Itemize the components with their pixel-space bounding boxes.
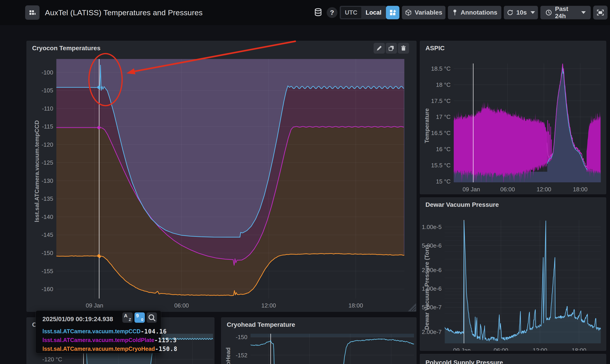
annotations-button[interactable]: Annotations <box>448 6 501 19</box>
annotations-label: Annotations <box>461 9 497 16</box>
dashboard-grid-icon-button[interactable] <box>25 5 40 20</box>
svg-text:17 °C: 17 °C <box>436 114 451 120</box>
tooltip-row-tempccd: lsst.sal.ATCamera.vacuum.tempCCD -104.16 <box>42 328 154 335</box>
sort-num-0: 0 <box>141 318 143 322</box>
panel-title-polycold[interactable]: Polycold Supply Pressure <box>425 359 503 364</box>
svg-text:12:00: 12:00 <box>532 347 547 351</box>
add-panel-icon <box>389 9 396 16</box>
tooltip-series-value: -115.3 <box>154 337 177 344</box>
kiosk-icon <box>596 9 604 17</box>
tooltip-timestamp: 2025/01/09 00:19:24.938 <box>42 315 113 323</box>
panel-dewar-vacuum-pressure: Dewar Vacuum Pressure Dewar Vacuum Press… <box>420 197 606 351</box>
svg-text:-150: -150 <box>236 334 247 340</box>
help-button[interactable]: ? <box>327 7 338 18</box>
svg-text:06:00: 06:00 <box>174 302 189 309</box>
tooltip-series-label: lsst.sal.ATCamera.vacuum.tempColdPlate <box>42 337 154 344</box>
svg-text:18:00: 18:00 <box>573 186 588 193</box>
page-title: AuxTel (LATISS) Temperatures and Pressur… <box>45 0 203 25</box>
grafana-dashboard: { "nav": { "title": "AuxTel (LATISS) Tem… <box>0 0 610 364</box>
timezone-utc-option[interactable]: UTC <box>340 7 362 19</box>
refresh-interval-label: 10s <box>516 9 527 16</box>
panel-title-aspic[interactable]: ASPIC <box>425 45 445 52</box>
svg-text:-115: -115 <box>42 123 53 130</box>
panel-title-dewar[interactable]: Dewar Vacuum Pressure <box>425 201 499 208</box>
refresh-icon <box>507 9 514 16</box>
svg-text:1.00e-5: 1.00e-5 <box>422 224 442 230</box>
svg-text:-130: -130 <box>41 177 53 184</box>
svg-text:18.5 °C: 18.5 °C <box>431 65 451 72</box>
sort-alpha-a: A <box>124 313 127 319</box>
svg-text:-140: -140 <box>41 213 53 220</box>
panel-copy-button[interactable] <box>386 43 397 54</box>
svg-text:12:00: 12:00 <box>261 302 276 309</box>
svg-text:18:00: 18:00 <box>572 347 586 351</box>
add-panel-button[interactable] <box>386 6 399 19</box>
sort-num-9: 9 <box>136 313 139 319</box>
apps-grid-icon <box>28 9 36 16</box>
help-question-glyph: ? <box>330 9 334 16</box>
panel-title-cryohead[interactable]: Cryohead Temperature <box>227 321 295 328</box>
cube-icon <box>405 9 412 16</box>
top-navbar: AuxTel (LATISS) Temperatures and Pressur… <box>0 0 610 25</box>
tooltip-series-value: -104.16 <box>141 328 167 335</box>
tooltip-series-value: -150.8 <box>155 346 177 352</box>
svg-text:15.5 °C: 15.5 °C <box>431 162 451 169</box>
tooltip-row-tempcryohead: lsst.sal.ATCamera.vacuum.tempCryoHead -1… <box>42 346 154 352</box>
svg-text:18 °C: 18 °C <box>436 81 451 88</box>
pencil-icon <box>376 45 382 51</box>
panel-resize-handle[interactable] <box>408 303 416 311</box>
panel-delete-button[interactable] <box>398 43 409 54</box>
dewar-chart[interactable]: 1.00e-55.00e-62.00e-61.00e-65.00e-72.00e… <box>420 198 606 351</box>
panel-cryocon-temperatures: Cryocon Temperatures lsst.sal.ATCamera.v… <box>27 41 417 312</box>
svg-text:-100: -100 <box>41 69 53 76</box>
svg-text:-125: -125 <box>41 159 53 166</box>
timezone-local-option[interactable]: Local <box>362 7 386 18</box>
svg-text:-155: -155 <box>41 268 53 274</box>
aspic-y-axis-label: Temperature <box>423 106 430 146</box>
time-range-label: Past 24h <box>555 5 575 20</box>
svg-text:17.5 °C: 17.5 °C <box>431 98 451 104</box>
copy-icon <box>388 45 394 51</box>
chart-tooltip: 2025/01/09 00:19:24.938 A Z 9 0 lsst.sal… <box>36 310 161 353</box>
search-icon <box>147 312 157 323</box>
svg-text:18:00: 18:00 <box>348 302 363 309</box>
timezone-toggle[interactable]: UTC Local <box>340 6 386 19</box>
refresh-caret-icon <box>530 11 535 14</box>
sort-alpha-z: Z <box>129 318 131 322</box>
svg-text:-105: -105 <box>41 87 53 94</box>
cryohead-y-axis-label: lsst.sal.ATCamera.vacuum.tempCryoHead <box>225 343 232 364</box>
kiosk-mode-button[interactable] <box>593 6 608 20</box>
svg-text:-110: -110 <box>42 105 53 112</box>
tooltip-search-button[interactable] <box>147 312 157 323</box>
aspic-chart[interactable]: 15 °C15.5 °C16 °C16.5 °C17 °C17.5 °C18 °… <box>420 41 606 194</box>
refresh-interval-button[interactable]: 10s <box>504 6 538 19</box>
svg-text:12:00: 12:00 <box>537 186 551 193</box>
tooltip-sort-numeric-button[interactable]: 9 0 <box>135 312 145 323</box>
svg-text:16.5 °C: 16.5 °C <box>431 130 451 136</box>
svg-text:06:00: 06:00 <box>500 186 515 193</box>
svg-text:09 Jan: 09 Jan <box>453 347 471 351</box>
panel-title-cryocon[interactable]: Cryocon Temperatures <box>32 45 100 52</box>
svg-text:-150: -150 <box>41 250 53 256</box>
time-range-caret-icon <box>581 11 586 14</box>
variables-label: Variables <box>415 9 442 16</box>
svg-text:-120 °C: -120 °C <box>42 356 62 363</box>
svg-text:09 Jan: 09 Jan <box>86 302 103 309</box>
svg-text:-152: -152 <box>236 352 247 359</box>
datasource-icon[interactable] <box>313 8 323 17</box>
tooltip-series-label: lsst.sal.ATCamera.vacuum.tempCryoHead <box>42 346 155 352</box>
time-range-button[interactable]: Past 24h <box>540 6 591 19</box>
tooltip-row-tempcoldplate: lsst.sal.ATCamera.vacuum.tempColdPlate -… <box>42 337 154 344</box>
panel-cryohead-temperature: Cryohead Temperature lsst.sal.ATCamera.v… <box>221 317 417 364</box>
annotation-pin-icon <box>452 9 458 16</box>
svg-text:-120: -120 <box>41 141 53 148</box>
svg-text:15 °C: 15 °C <box>436 178 451 185</box>
svg-text:-145: -145 <box>41 232 53 238</box>
panel-edit-button[interactable] <box>374 43 385 54</box>
svg-text:09 Jan: 09 Jan <box>462 186 480 193</box>
tooltip-sort-alpha-button[interactable]: A Z <box>122 312 133 323</box>
svg-text:16 °C: 16 °C <box>436 146 451 153</box>
cryocon-y-axis-label: lsst.sal.ATCamera.vacuum.tempCCD <box>33 109 41 234</box>
variables-button[interactable]: Variables <box>402 6 446 19</box>
cryocon-chart[interactable]: -100-105-110-115-120-125-130-135-140-145… <box>27 41 417 312</box>
